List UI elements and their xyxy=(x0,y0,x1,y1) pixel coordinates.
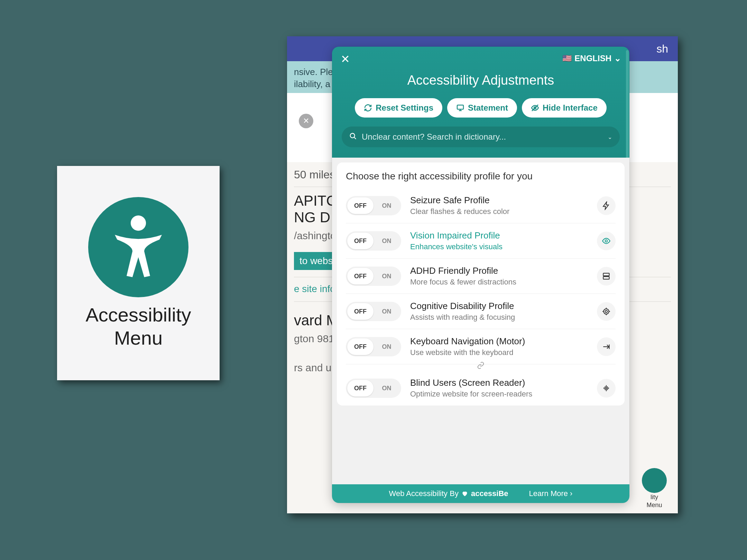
svg-point-6 xyxy=(605,240,608,242)
profile-row-cognitive: OFF ON Cognitive Disability Profile Assi… xyxy=(346,294,616,329)
toggle-on[interactable]: ON xyxy=(374,197,400,214)
toggle-off[interactable]: OFF xyxy=(347,233,374,249)
footer-text: Web Accessibility By xyxy=(389,489,459,498)
toggle-off[interactable]: OFF xyxy=(347,338,374,355)
svg-point-9 xyxy=(603,309,609,314)
toggle-adhd[interactable]: OFF ON xyxy=(346,267,401,286)
learn-more-label: Learn More xyxy=(529,489,568,498)
profiles-card: Choose the right accessibility profile f… xyxy=(337,162,625,405)
svg-rect-1 xyxy=(457,105,463,109)
toggle-off[interactable]: OFF xyxy=(347,380,374,396)
accessibility-label-1: Accessibility xyxy=(86,304,191,326)
right-panel: sh nsive. Plea ilability, a ✕ 50 miles A… xyxy=(287,36,678,513)
toggle-on[interactable]: ON xyxy=(374,233,400,249)
split-icon xyxy=(597,267,616,286)
modal-header: ✕ 🇺🇸 ENGLISH ⌄ Accessibility Adjustments… xyxy=(332,47,629,158)
modal-title: Accessibility Adjustments xyxy=(342,73,620,88)
svg-rect-7 xyxy=(603,273,609,276)
profile-row-blind: OFF ON Blind Users (Screen Reader) Optim… xyxy=(346,371,616,405)
monitor-icon xyxy=(456,104,464,112)
footer-brand: Web Accessibility By accessiBe xyxy=(389,489,508,498)
profile-row-vision: OFF ON Vision Impaired Profile Enhances … xyxy=(346,223,616,259)
modal-body: Choose the right accessibility profile f… xyxy=(332,158,629,484)
svg-line-5 xyxy=(354,137,356,139)
profile-text: ADHD Friendly Profile More focus & fewer… xyxy=(410,265,588,287)
profile-desc: Use website with the keyboard xyxy=(410,348,588,357)
profile-text: Keyboard Navigation (Motor) Use website … xyxy=(410,336,588,357)
chevron-down-icon: ⌄ xyxy=(608,134,612,140)
accessibility-icon xyxy=(642,468,667,493)
link-icon xyxy=(346,362,616,371)
scrollbar[interactable] xyxy=(625,47,629,158)
toggle-blind[interactable]: OFF ON xyxy=(346,379,401,398)
profile-desc: Clear flashes & reduces color xyxy=(410,207,588,216)
accessibility-modal: ✕ 🇺🇸 ENGLISH ⌄ Accessibility Adjustments… xyxy=(332,47,629,503)
profiles-title: Choose the right accessibility profile f… xyxy=(346,171,616,182)
flag-icon: 🇺🇸 xyxy=(562,54,572,63)
toggle-on[interactable]: ON xyxy=(374,303,400,320)
profile-text: Blind Users (Screen Reader) Optimize web… xyxy=(410,377,588,399)
search-placeholder: Unclear content? Search in dictionary... xyxy=(362,132,506,142)
reset-label: Reset Settings xyxy=(376,103,433,113)
toggle-on[interactable]: ON xyxy=(374,268,400,284)
dictionary-search[interactable]: Unclear content? Search in dictionary...… xyxy=(342,127,620,147)
close-icon[interactable]: ✕ xyxy=(339,53,351,65)
accessibility-menu-card[interactable]: Accessibility Menu xyxy=(57,166,220,380)
hide-label: Hide Interface xyxy=(543,103,598,113)
footer-brand-name: accessiBe xyxy=(471,489,508,498)
lightning-icon xyxy=(597,196,616,215)
svg-point-4 xyxy=(350,133,355,138)
language-selector[interactable]: 🇺🇸 ENGLISH ⌄ xyxy=(562,54,621,63)
profile-text: Cognitive Disability Profile Assists wit… xyxy=(410,301,588,322)
profile-row-seizure: OFF ON Seizure Safe Profile Clear flashe… xyxy=(346,188,616,223)
refresh-icon xyxy=(364,104,372,112)
modal-footer: Web Accessibility By accessiBe Learn Mor… xyxy=(332,484,629,503)
hide-interface-button[interactable]: Hide Interface xyxy=(522,98,607,118)
toggle-keyboard[interactable]: OFF ON xyxy=(346,337,401,356)
profile-row-keyboard: OFF ON Keyboard Navigation (Motor) Use w… xyxy=(346,329,616,364)
profile-name: Cognitive Disability Profile xyxy=(410,301,588,311)
audio-icon xyxy=(597,379,616,398)
learn-more-link[interactable]: Learn More › xyxy=(529,489,573,498)
toggle-vision[interactable]: OFF ON xyxy=(346,231,401,251)
svg-point-0 xyxy=(131,215,146,231)
profile-text: Seizure Safe Profile Clear flashes & red… xyxy=(410,195,588,216)
profile-desc: Assists with reading & focusing xyxy=(410,313,588,322)
toggle-off[interactable]: OFF xyxy=(347,303,374,320)
toggle-on[interactable]: ON xyxy=(374,338,400,355)
eye-icon xyxy=(597,232,616,250)
statement-button[interactable]: Statement xyxy=(447,98,517,118)
toggle-off[interactable]: OFF xyxy=(347,268,374,284)
chevron-down-icon: ⌄ xyxy=(614,54,621,63)
accessibility-label-2: Menu xyxy=(114,327,163,349)
profile-text: Vision Impaired Profile Enhances website… xyxy=(410,230,588,251)
profile-row-adhd: OFF ON ADHD Friendly Profile More focus … xyxy=(346,259,616,294)
search-icon xyxy=(349,132,357,141)
chevron-right-icon: › xyxy=(570,489,572,498)
accessibility-icon xyxy=(88,197,188,297)
accessibility-menu-mini[interactable]: lity Menu xyxy=(637,468,672,509)
profile-desc: Optimize website for screen-readers xyxy=(410,390,588,399)
reset-settings-button[interactable]: Reset Settings xyxy=(355,98,442,118)
heart-icon xyxy=(461,490,468,497)
clear-icon[interactable]: ✕ xyxy=(299,114,313,128)
topbar-text: sh xyxy=(656,43,668,55)
profile-name: Vision Impaired Profile xyxy=(410,230,588,241)
profile-desc: Enhances website's visuals xyxy=(410,242,588,251)
toggle-cognitive[interactable]: OFF ON xyxy=(346,302,401,321)
profile-name: Seizure Safe Profile xyxy=(410,195,588,206)
mini-text-2: Menu xyxy=(637,502,672,509)
toggle-off[interactable]: OFF xyxy=(347,197,374,214)
profile-desc: More focus & fewer distractions xyxy=(410,278,588,287)
toggle-seizure[interactable]: OFF ON xyxy=(346,196,401,215)
profile-name: Keyboard Navigation (Motor) xyxy=(410,336,588,347)
svg-rect-8 xyxy=(603,277,609,279)
mini-text-1: lity xyxy=(637,494,672,501)
language-label: ENGLISH xyxy=(574,54,611,63)
profile-name: ADHD Friendly Profile xyxy=(410,265,588,276)
toggle-on[interactable]: ON xyxy=(374,380,400,396)
tab-arrow-icon xyxy=(597,337,616,356)
eye-off-icon xyxy=(531,104,539,112)
action-pills: Reset Settings Statement Hide Interface xyxy=(342,98,620,118)
target-icon xyxy=(597,302,616,321)
